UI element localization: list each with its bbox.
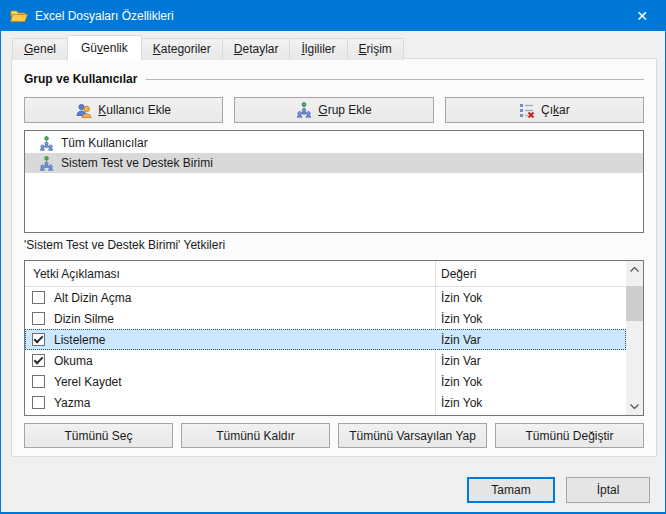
chevron-up-icon <box>630 267 639 272</box>
table-row[interactable]: Listeleme İzin Var <box>25 329 626 350</box>
permissions-label: 'Sistem Test ve Destek Birimi' Yetkileri <box>24 238 225 252</box>
permissions-table[interactable]: Yetki Açıklaması Değeri Alt Dizin Açma İ… <box>24 260 644 416</box>
remove-button[interactable]: Çıkar <box>445 97 644 123</box>
table-rows: Alt Dizin Açma İzin Yok Dizin Silme İzin… <box>25 287 643 413</box>
permission-value: İzin Yok <box>441 312 482 326</box>
member-label: Sistem Test ve Destek Birimi <box>61 156 213 170</box>
clear-all-button[interactable]: Tümünü Kaldır <box>181 423 330 448</box>
group-icon <box>39 156 54 171</box>
security-tab-page: Grup ve Kullanıcılar Kullanıcı Ekle <box>11 58 657 457</box>
group-box-header: Grup ve Kullanıcılar <box>24 72 644 86</box>
remove-label: Çıkar <box>541 103 570 117</box>
ok-button[interactable]: Tamam <box>467 477 555 503</box>
chevron-down-icon <box>630 404 639 409</box>
group-box-title: Grup ve Kullanıcılar <box>24 72 137 86</box>
tab-kategoriler[interactable]: Kategoriler <box>141 38 223 60</box>
permission-name: Alt Dizin Açma <box>54 291 131 305</box>
cancel-button[interactable]: İptal <box>566 477 650 503</box>
permission-value: İzin Yok <box>441 291 482 305</box>
tab-guvenlik[interactable]: Güvenlik <box>67 35 142 61</box>
scrollbar-thumb[interactable] <box>626 286 643 321</box>
checkbox[interactable] <box>32 375 45 388</box>
checkbox[interactable] <box>32 396 45 409</box>
tab-genel[interactable]: Genel <box>12 38 68 60</box>
table-row[interactable]: Alt Dizin Açma İzin Yok <box>25 287 626 308</box>
permission-name: Listeleme <box>54 333 105 347</box>
group-icon <box>39 136 54 151</box>
permission-name: Dizin Silme <box>54 312 114 326</box>
permission-name: Yazma <box>54 396 90 410</box>
select-all-button[interactable]: Tümünü Seç <box>24 423 173 448</box>
close-button[interactable]: ✕ <box>619 1 665 31</box>
add-group-label: Grup Ekle <box>318 103 371 117</box>
bulk-actions: Tümünü Seç Tümünü Kaldır Tümünü Varsayıl… <box>24 423 644 448</box>
checkbox[interactable] <box>32 291 45 304</box>
permission-value: İzin Yok <box>441 396 482 410</box>
add-group-button[interactable]: Grup Ekle <box>234 97 433 123</box>
add-group-icon <box>296 102 312 118</box>
tab-strip: Genel Güvenlik Kategoriler Detaylar İlgi… <box>12 34 404 60</box>
permission-value: İzin Var <box>441 354 481 368</box>
checkbox[interactable] <box>32 354 45 367</box>
tab-erisim[interactable]: Erişim <box>347 38 404 60</box>
checkbox[interactable] <box>32 312 45 325</box>
remove-from-list-icon <box>519 103 535 118</box>
column-header-value: Değeri <box>441 267 476 281</box>
permission-name: Yerel Kaydet <box>54 375 122 389</box>
default-all-button[interactable]: Tümünü Varsayılan Yap <box>338 423 487 448</box>
titlebar[interactable]: Excel Dosyaları Özellikleri ✕ <box>1 1 665 31</box>
permission-value: İzin Var <box>441 333 481 347</box>
add-user-icon <box>76 103 92 118</box>
open-folder-icon <box>10 9 28 23</box>
tab-ilgililer[interactable]: İlgililer <box>289 38 347 60</box>
table-row[interactable]: Yazma İzin Yok <box>25 392 626 413</box>
list-item-all-users[interactable]: Tüm Kullanıcılar <box>25 133 643 153</box>
tab-detaylar[interactable]: Detaylar <box>222 38 291 60</box>
close-icon: ✕ <box>636 8 648 24</box>
member-label: Tüm Kullanıcılar <box>61 136 148 150</box>
table-header: Yetki Açıklaması Değeri <box>25 261 626 287</box>
properties-dialog: Excel Dosyaları Özellikleri ✕ Genel Güve… <box>0 0 666 514</box>
toggle-all-button[interactable]: Tümünü Değiştir <box>495 423 644 448</box>
table-row[interactable]: Okuma İzin Var <box>25 350 626 371</box>
members-listbox[interactable]: Tüm Kullanıcılar Sist <box>24 130 644 233</box>
list-item-sistem-test[interactable]: Sistem Test ve Destek Birimi <box>25 153 643 173</box>
checkbox[interactable] <box>32 333 45 346</box>
column-header-name: Yetki Açıklaması <box>33 267 120 281</box>
group-box-rule <box>146 79 644 80</box>
scroll-up-button[interactable] <box>626 261 643 278</box>
table-row[interactable]: Dizin Silme İzin Yok <box>25 308 626 329</box>
member-toolbar: Kullanıcı Ekle Grup E <box>24 97 644 123</box>
table-row[interactable]: Yerel Kaydet İzin Yok <box>25 371 626 392</box>
window-title: Excel Dosyaları Özellikleri <box>35 9 619 23</box>
add-user-button[interactable]: Kullanıcı Ekle <box>24 97 223 123</box>
add-user-label: Kullanıcı Ekle <box>98 103 171 117</box>
vertical-scrollbar[interactable] <box>626 261 643 415</box>
permission-name: Okuma <box>54 354 93 368</box>
permission-value: İzin Yok <box>441 375 482 389</box>
scroll-down-button[interactable] <box>626 398 643 415</box>
